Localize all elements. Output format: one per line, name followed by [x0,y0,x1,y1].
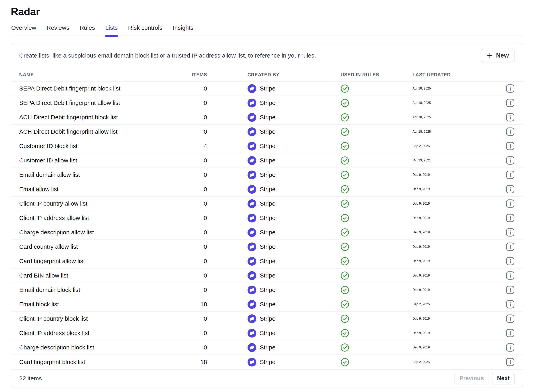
list-name: Email block list [19,301,167,308]
last-updated-date: Dec 9, 2019 [412,346,503,349]
info-icon[interactable] [506,113,515,122]
list-items-count: 0 [167,171,207,178]
info-icon[interactable] [506,314,515,323]
check-circle-icon [341,257,412,266]
last-updated-date: Apr 18, 2025 [412,87,503,90]
table-row[interactable]: Email allow list0StripeDec 9, 2019 [11,182,523,197]
list-name: Email allow list [19,186,167,193]
info-icon[interactable] [506,199,515,208]
list-items-count: 18 [167,359,207,365]
list-name: SEPA Direct Debit fingerprint allow list [19,99,167,106]
list-items-count: 0 [167,85,207,92]
table-row[interactable]: SEPA Direct Debit fingerprint allow list… [11,96,523,110]
table-row[interactable]: ACH Direct Debit fingerprint allow list0… [11,125,523,139]
table-row[interactable]: Email domain allow list0StripeDec 9, 201… [11,168,523,182]
info-icon[interactable] [506,170,515,179]
list-items-count: 0 [167,272,207,279]
info-icon[interactable] [506,328,515,338]
check-circle-icon [341,214,412,222]
previous-button[interactable]: Previous [454,373,489,384]
pagination: Previous Next [454,373,515,384]
list-name: Email domain block list [19,286,167,293]
check-circle-icon [341,358,412,366]
list-items-count: 0 [167,229,207,236]
info-icon[interactable] [506,98,515,107]
plus-icon [487,52,493,59]
tab-lists[interactable]: Lists [105,24,118,36]
list-items-count: 0 [167,286,207,293]
last-updated-date: Dec 9, 2019 [412,173,503,177]
table-row[interactable]: Client IP address allow list0StripeDec 9… [11,211,523,225]
table-row[interactable]: ACH Direct Debit fingerprint block list0… [11,110,523,125]
check-circle-icon [341,142,412,150]
check-circle-icon [341,286,412,294]
tab-insights[interactable]: Insights [173,24,194,36]
last-updated-date: Dec 9, 2019 [412,331,503,335]
stripe-logo-icon [247,343,256,352]
new-list-button[interactable]: New [481,49,515,62]
list-name: Client IP country allow list [19,200,167,207]
last-updated-date: Dec 9, 2019 [412,187,503,191]
table-row[interactable]: Email block list18StripeSep 2, 2025 [11,297,523,312]
last-updated-date: Apr 18, 2025 [412,130,503,133]
table-row[interactable]: Client IP country block list0StripeDec 9… [11,312,523,326]
info-icon[interactable] [506,213,515,223]
info-icon[interactable] [506,141,515,151]
table-row[interactable]: Email domain block list0StripeDec 9, 201… [11,283,523,297]
info-icon[interactable] [506,300,515,309]
tab-reviews[interactable]: Reviews [46,24,70,36]
created-by-label: Stripe [260,215,275,221]
list-items-count: 0 [167,200,207,207]
table-row[interactable]: SEPA Direct Debit fingerprint block list… [11,82,523,96]
next-button[interactable]: Next [492,373,515,384]
info-icon[interactable] [506,257,515,266]
info-icon[interactable] [506,84,515,93]
info-icon[interactable] [506,343,515,352]
items-count-label: 22 items [19,375,42,382]
info-icon[interactable] [506,127,515,136]
stripe-logo-icon [247,84,256,93]
list-items-count: 0 [167,157,207,164]
check-circle-icon [341,314,412,323]
table-row[interactable]: Card fingerprint allow list0StripeDec 9,… [11,254,523,269]
list-name: Client IP address allow list [19,215,167,221]
stripe-logo-icon [247,329,256,338]
check-circle-icon [341,127,412,136]
check-circle-icon [341,329,412,337]
table-row[interactable]: Charge description allow list0StripeDec … [11,225,523,240]
stripe-logo-icon [247,358,256,367]
info-icon[interactable] [506,357,515,367]
tab-overview[interactable]: Overview [11,24,37,36]
info-icon[interactable] [506,271,515,280]
created-by-label: Stripe [260,114,275,121]
created-by-label: Stripe [260,143,275,149]
stripe-logo-icon [247,228,256,237]
table-row[interactable]: Charge description block list0StripeDec … [11,341,523,355]
info-icon[interactable] [506,242,515,251]
info-icon[interactable] [506,185,515,194]
tab-rules[interactable]: Rules [79,24,95,36]
tab-risk-controls[interactable]: Risk controls [128,24,163,36]
list-name: Customer ID block list [19,143,167,149]
list-name: Card BIN allow list [19,272,167,279]
list-name: Email domain allow list [19,171,167,178]
created-by-label: Stripe [260,99,275,106]
table-row[interactable]: Customer ID allow list0StripeOct 23, 202… [11,154,523,168]
table-row[interactable]: Client IP country allow list0StripeDec 9… [11,197,523,211]
info-icon[interactable] [506,156,515,165]
table-row[interactable]: Card BIN allow list0StripeDec 9, 2019 [11,269,523,283]
stripe-logo-icon [247,156,256,165]
lists-card-header: Create lists, like a suspicious email do… [11,43,523,68]
created-by-label: Stripe [260,330,275,336]
table-row[interactable]: Customer ID block list4StripeSep 2, 2025 [11,139,523,154]
list-name: Card fingerprint allow list [19,258,167,265]
stripe-logo-icon [247,214,256,223]
info-icon[interactable] [506,285,515,294]
list-name: Client IP address block list [19,330,167,336]
list-name: Customer ID allow list [19,157,167,164]
table-row[interactable]: Card country allow list0StripeDec 9, 201… [11,240,523,254]
table-row[interactable]: Client IP address block list0StripeDec 9… [11,326,523,341]
table-row[interactable]: Card fingerprint block list18StripeSep 2… [11,355,523,369]
check-circle-icon [341,343,412,352]
info-icon[interactable] [506,228,515,237]
